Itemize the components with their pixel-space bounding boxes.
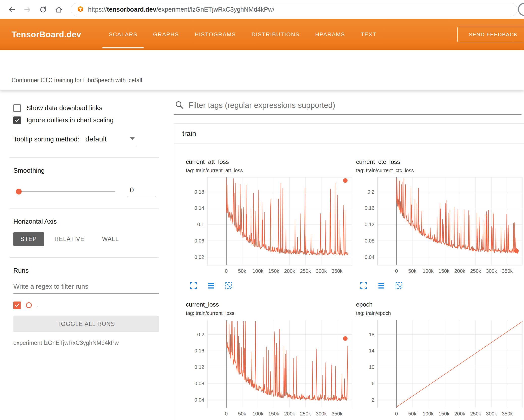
svg-text:250k: 250k xyxy=(470,411,481,416)
svg-text:0: 0 xyxy=(225,411,228,416)
svg-text:100k: 100k xyxy=(423,268,434,274)
chart-title: epoch xyxy=(356,301,524,308)
svg-text:250k: 250k xyxy=(300,268,311,274)
svg-text:0.1: 0.1 xyxy=(197,222,204,227)
run-checkbox[interactable] xyxy=(13,302,21,309)
check-icon xyxy=(15,117,19,122)
tab-hparams[interactable]: HPARAMS xyxy=(307,19,353,50)
svg-text:0.14: 0.14 xyxy=(194,205,204,211)
fit-domain-icon[interactable] xyxy=(224,281,234,291)
tag-filter-input[interactable] xyxy=(188,101,521,110)
svg-text:0.06: 0.06 xyxy=(194,238,204,244)
ignore-outliers-checkbox[interactable] xyxy=(13,116,21,124)
chart-plot-current_att_loss[interactable]: 0.020.060.10.140.18050k100k150k200k250k3… xyxy=(186,176,352,277)
fit-domain-icon[interactable] xyxy=(394,281,404,291)
svg-text:300k: 300k xyxy=(316,411,327,416)
svg-text:300k: 300k xyxy=(316,268,327,274)
url-domain: tensorboard.dev xyxy=(107,6,156,13)
tab-text[interactable]: TEXT xyxy=(353,19,384,50)
svg-text:0: 0 xyxy=(395,268,398,274)
svg-text:0.2: 0.2 xyxy=(367,189,374,195)
charts-grid: current_att_losstag: train/current_att_l… xyxy=(174,143,524,420)
svg-text:0.18: 0.18 xyxy=(194,189,204,195)
show-download-links-checkbox[interactable] xyxy=(13,104,21,112)
chart-tag-label: tag: train/current_att_loss xyxy=(186,167,356,174)
chevron-down-icon xyxy=(130,137,135,140)
chart-plot-current_ctc_loss[interactable]: 0.040.080.120.160.2050k100k150k200k250k3… xyxy=(356,176,522,277)
home-icon[interactable] xyxy=(52,3,66,16)
brand-title: TensorBoard.dev xyxy=(12,30,81,39)
svg-text:14: 14 xyxy=(369,348,374,353)
svg-text:0.08: 0.08 xyxy=(194,381,204,386)
ignore-outliers-label: Ignore outliers in chart scaling xyxy=(26,116,113,124)
reload-icon[interactable] xyxy=(36,3,50,16)
tab-scalars[interactable]: SCALARS xyxy=(101,19,145,50)
svg-text:0.16: 0.16 xyxy=(194,348,204,353)
chart-epoch: epochtag: train/epoch26101418050k100k150… xyxy=(356,301,524,420)
smoothing-slider-thumb[interactable] xyxy=(16,189,22,195)
svg-text:150k: 150k xyxy=(439,268,450,274)
runs-filter-input[interactable] xyxy=(13,281,159,294)
tab-histograms[interactable]: HISTOGRAMS xyxy=(187,19,244,50)
svg-text:50k: 50k xyxy=(408,268,417,274)
forward-icon[interactable] xyxy=(21,3,34,16)
horizontal-axis-label: Horizontal Axis xyxy=(13,218,169,225)
svg-text:200k: 200k xyxy=(284,411,295,416)
svg-text:250k: 250k xyxy=(300,411,311,416)
svg-text:200k: 200k xyxy=(454,268,465,274)
relative-button[interactable]: RELATIVE xyxy=(47,232,92,246)
svg-text:0.12: 0.12 xyxy=(365,222,374,227)
toggle-all-runs-button[interactable]: TOGGLE ALL RUNS xyxy=(13,316,159,332)
train-card: train current_att_losstag: train/current… xyxy=(174,123,524,420)
svg-text:10: 10 xyxy=(369,364,374,370)
tab-distributions[interactable]: DISTRIBUTIONS xyxy=(244,19,307,50)
svg-text:300k: 300k xyxy=(486,411,497,416)
svg-text:50k: 50k xyxy=(238,411,246,416)
svg-text:0.04: 0.04 xyxy=(365,254,374,260)
send-feedback-button[interactable]: SEND FEEDBACK xyxy=(457,27,524,42)
svg-text:2: 2 xyxy=(372,397,374,403)
wall-button[interactable]: WALL xyxy=(95,232,126,246)
address-bar[interactable]: https://tensorboard.dev/experiment/lzGnE… xyxy=(71,3,517,16)
scalars-main: train current_att_losstag: train/current… xyxy=(169,90,524,420)
svg-text:150k: 150k xyxy=(268,268,279,274)
svg-text:100k: 100k xyxy=(252,411,264,416)
svg-text:0: 0 xyxy=(225,268,228,274)
nav-tabs: SCALARSGRAPHSHISTOGRAMSDISTRIBUTIONSHPAR… xyxy=(101,19,384,50)
content-area: Show data download links Ignore outliers… xyxy=(0,90,524,420)
chart-plot-current_loss[interactable]: 0.040.080.120.160.2050k100k150k200k250k3… xyxy=(186,319,352,420)
svg-text:300k: 300k xyxy=(486,268,497,274)
fullscreen-icon[interactable] xyxy=(188,281,198,291)
card-title[interactable]: train xyxy=(174,124,524,143)
back-icon[interactable] xyxy=(5,3,19,16)
avatar[interactable] xyxy=(518,3,524,16)
show-download-links-row[interactable]: Show data download links xyxy=(13,104,169,112)
divider xyxy=(10,208,159,208)
step-button[interactable]: STEP xyxy=(13,232,44,246)
ignore-outliers-row[interactable]: Ignore outliers in chart scaling xyxy=(13,116,169,124)
show-download-links-label: Show data download links xyxy=(26,104,102,112)
horizontal-axis-options: STEP RELATIVE WALL xyxy=(13,232,169,246)
chart-current_att_loss: current_att_losstag: train/current_att_l… xyxy=(186,158,356,291)
svg-text:50k: 50k xyxy=(408,411,417,416)
fullscreen-icon[interactable] xyxy=(359,281,369,291)
log-scale-icon[interactable] xyxy=(376,281,386,291)
svg-text:150k: 150k xyxy=(268,411,279,416)
chart-plot-epoch[interactable]: 26101418050k100k150k200k250k300k350k xyxy=(356,319,522,420)
svg-text:6: 6 xyxy=(372,381,374,386)
experiment-title: Conformer CTC training for LibriSpeech w… xyxy=(12,77,142,84)
run-color-swatch xyxy=(26,302,32,308)
tooltip-sorting-label: Tooltip sorting method: xyxy=(13,135,79,146)
tooltip-sorting-select[interactable]: default xyxy=(85,135,137,146)
chart-toolbar xyxy=(188,281,356,291)
url-scheme: https:// xyxy=(88,6,107,13)
svg-text:18: 18 xyxy=(369,332,374,337)
tab-graphs[interactable]: GRAPHS xyxy=(145,19,187,50)
smoothing-slider[interactable] xyxy=(16,191,115,192)
url-text: https://tensorboard.dev/experiment/lzGnE… xyxy=(88,6,274,13)
log-scale-icon[interactable] xyxy=(206,281,216,291)
run-item[interactable]: . xyxy=(13,301,169,309)
chart-title: current_ctc_loss xyxy=(356,158,524,166)
smoothing-value[interactable]: 0 xyxy=(127,186,156,197)
chart-title: current_loss xyxy=(186,301,356,308)
